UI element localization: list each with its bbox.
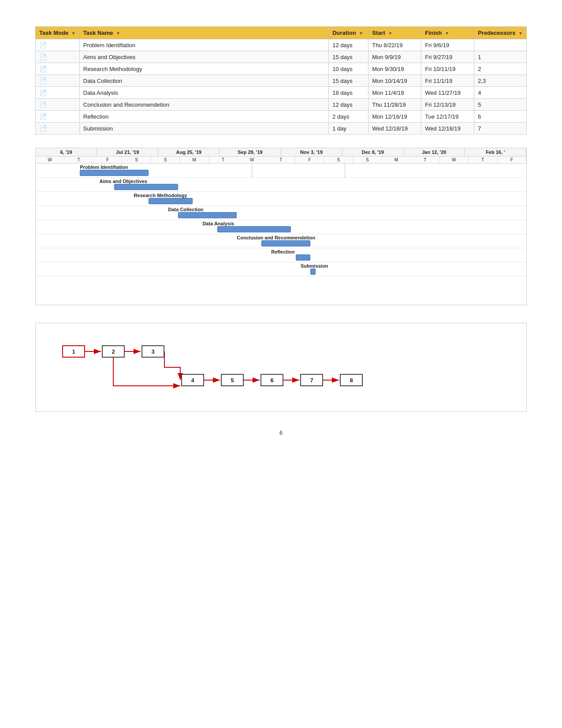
gantt-bar bbox=[261, 240, 310, 246]
task-finish-cell: Fri 11/1/19 bbox=[421, 75, 474, 87]
table-row: 📄 Reflection 2 days Mon 12/16/19 Tue 12/… bbox=[36, 111, 527, 123]
gantt-bar bbox=[296, 254, 310, 261]
gantt-chart: 6, '19Jul 21, '19Aug 25, '19Sep 29, '19N… bbox=[35, 148, 527, 305]
sort-arrow-finish: ▼ bbox=[445, 31, 449, 36]
gantt-week-cell: Jan 12, '20 bbox=[404, 148, 465, 156]
gantt-vline bbox=[252, 164, 252, 177]
task-finish-cell: Wed 12/18/19 bbox=[421, 123, 474, 134]
gantt-day-cell: M bbox=[180, 157, 208, 163]
gantt-day-cell: S bbox=[122, 157, 151, 163]
task-mode-cell: 📄 bbox=[36, 87, 80, 99]
task-mode-cell: 📄 bbox=[36, 63, 80, 75]
gantt-task-row: Reflection bbox=[36, 248, 526, 262]
gantt-day-cell: T bbox=[411, 157, 439, 163]
task-start-cell: Mon 11/4/19 bbox=[368, 87, 421, 99]
task-start-cell: Thu 8/22/19 bbox=[368, 39, 421, 51]
gantt-week-cell: Feb 16, ' bbox=[465, 148, 526, 156]
task-name-cell: Data Collection bbox=[79, 75, 328, 87]
gantt-task-label: Conclusion and Recommendetion bbox=[237, 235, 315, 240]
task-duration-cell: 15 days bbox=[329, 75, 368, 87]
task-start-cell: Wed 12/18/19 bbox=[368, 123, 421, 134]
sort-arrow-task: ▼ bbox=[71, 31, 76, 36]
task-duration-cell: 18 days bbox=[329, 87, 368, 99]
gantt-day-cell: S bbox=[151, 157, 180, 163]
task-mode-icon: 📄 bbox=[39, 41, 47, 49]
gantt-bar bbox=[310, 269, 316, 275]
task-predecessors-cell: 4 bbox=[474, 87, 527, 99]
gantt-bar-area: Data Collection bbox=[36, 206, 526, 220]
task-name-cell: Research Methodology bbox=[79, 63, 328, 75]
gantt-bar-area: Conclusion and Recommendetion bbox=[36, 234, 526, 248]
sort-arrow-name: ▼ bbox=[116, 31, 120, 36]
gantt-task-row: Research Methodology bbox=[36, 192, 526, 206]
task-predecessors-cell: 6 bbox=[474, 111, 527, 123]
th-finish[interactable]: Finish ▼ bbox=[421, 27, 474, 39]
table-row: 📄 Problem Identifiation 12 days Thu 8/22… bbox=[36, 39, 527, 51]
gantt-day-cell: W bbox=[238, 157, 266, 163]
task-start-cell: Mon 9/30/19 bbox=[368, 63, 421, 75]
table-row: 📄 Aims and Objectives 15 days Mon 9/9/19… bbox=[36, 51, 527, 63]
task-start-cell: Thu 11/28/19 bbox=[368, 99, 421, 111]
gantt-task-label: Submission bbox=[301, 263, 328, 269]
nd-box-5: 5 bbox=[221, 374, 244, 386]
task-predecessors-cell: 2,3 bbox=[474, 75, 527, 87]
gantt-bar bbox=[114, 184, 178, 190]
task-mode-icon: 📄 bbox=[39, 113, 47, 120]
gantt-day-cell: T bbox=[267, 157, 295, 163]
task-name-cell: Data Analysis bbox=[79, 87, 328, 99]
table-row: 📄 Data Collection 15 days Mon 10/14/19 F… bbox=[36, 75, 527, 87]
task-mode-icon: 📄 bbox=[39, 53, 47, 60]
task-duration-cell: 1 day bbox=[329, 123, 368, 134]
nd-box-2: 2 bbox=[102, 345, 125, 358]
task-start-cell: Mon 9/9/19 bbox=[368, 51, 421, 63]
gantt-day-cell: S bbox=[353, 157, 382, 163]
th-task-name[interactable]: Task Name ▼ bbox=[79, 27, 328, 39]
gantt-bar-area: Problem Identifiation bbox=[36, 164, 526, 177]
gantt-week-cell: Aug 25, '19 bbox=[158, 148, 220, 156]
gantt-task-label: Data Collection bbox=[168, 207, 204, 212]
gantt-day-cell: W bbox=[36, 157, 64, 163]
task-mode-cell: 📄 bbox=[36, 123, 80, 134]
nd-box-4: 4 bbox=[181, 374, 204, 386]
sort-arrow-duration: ▼ bbox=[359, 31, 363, 36]
task-finish-cell: Fri 9/27/19 bbox=[421, 51, 474, 63]
task-mode-cell: 📄 bbox=[36, 99, 80, 111]
table-row: 📄 Conclusion and Recommendetion 12 days … bbox=[36, 99, 527, 111]
task-mode-cell: 📄 bbox=[36, 39, 80, 51]
sort-arrow-start: ▼ bbox=[388, 31, 392, 36]
gantt-task-label: Problem Identifiation bbox=[80, 164, 128, 170]
th-start[interactable]: Start ▼ bbox=[368, 27, 421, 39]
gantt-task-row: Aims and Objectives bbox=[36, 178, 526, 192]
gantt-day-cell: M bbox=[382, 157, 411, 163]
task-finish-cell: Fri 10/11/19 bbox=[421, 63, 474, 75]
task-finish-cell: Tue 12/17/19 bbox=[421, 111, 474, 123]
gantt-bar bbox=[80, 170, 149, 176]
gantt-task-row: Problem Identifiation bbox=[36, 164, 526, 178]
gantt-bar bbox=[217, 226, 291, 232]
gantt-bar bbox=[178, 212, 237, 218]
task-name-cell: Conclusion and Recommendetion bbox=[79, 99, 328, 111]
th-predecessors[interactable]: Predecessors ▼ bbox=[474, 27, 527, 39]
task-predecessors-cell bbox=[474, 39, 527, 51]
task-duration-cell: 12 days bbox=[329, 39, 368, 51]
gantt-bar-area: Data Analysis bbox=[36, 220, 526, 234]
gantt-day-cell: W bbox=[440, 157, 469, 163]
gantt-task-row: Submission bbox=[36, 262, 526, 276]
nd-box-6: 6 bbox=[261, 374, 283, 386]
gantt-task-row: Data Analysis bbox=[36, 220, 526, 234]
gantt-task-row: Data Collection bbox=[36, 206, 526, 220]
gantt-day-cell: F bbox=[93, 157, 122, 163]
gantt-bar-area: Submission bbox=[36, 262, 526, 276]
nd-box-3: 3 bbox=[141, 345, 164, 358]
task-duration-cell: 10 days bbox=[329, 63, 368, 75]
task-name-cell: Submission bbox=[79, 123, 328, 134]
th-duration[interactable]: Duration ▼ bbox=[329, 27, 368, 39]
gantt-day-cell: T bbox=[64, 157, 93, 163]
task-mode-icon: 📄 bbox=[39, 65, 47, 72]
gantt-bar-area: Reflection bbox=[36, 248, 526, 262]
task-duration-cell: 2 days bbox=[329, 111, 368, 123]
table-row: 📄 Research Methodology 10 days Mon 9/30/… bbox=[36, 63, 527, 75]
th-task-mode[interactable]: Task Mode ▼ bbox=[36, 27, 80, 39]
gantt-day-cell: T bbox=[469, 157, 497, 163]
task-mode-icon: 📄 bbox=[39, 101, 47, 108]
